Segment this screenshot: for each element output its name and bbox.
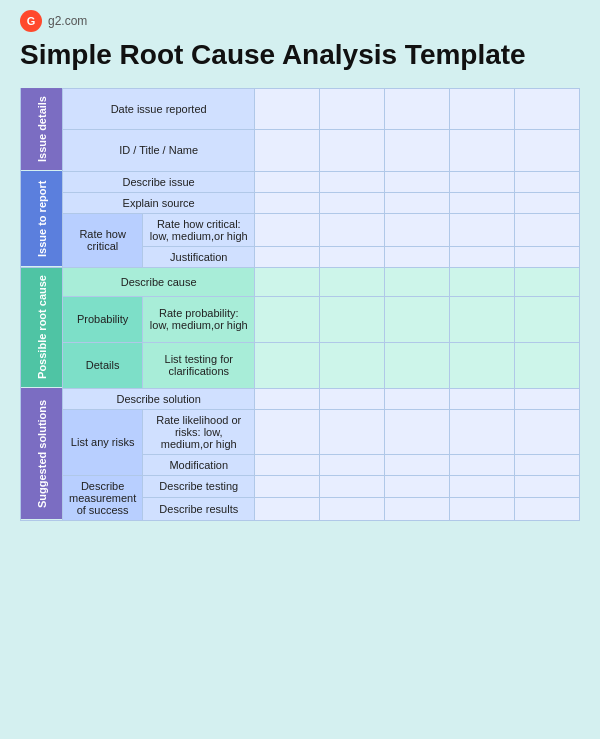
table-row: Rate how critical Rate how critical: low… [21,213,580,246]
describe-solution: Describe solution [63,388,255,409]
describe-cause: Describe cause [63,267,255,296]
section-root-cause: Possible root cause [21,267,63,388]
page-title: Simple Root Cause Analysis Template [20,38,526,72]
rate-likelihood-desc: Rate likelihood or risks: low, medium,or… [143,409,255,454]
rca-table: Issue details Date issue reported ID / T… [20,88,580,521]
table-row: Issue details Date issue reported [21,88,580,130]
describe-results: Describe results [143,498,255,521]
probability-label: Probability [63,296,143,342]
explain-source: Explain source [63,192,255,213]
justification: Justification [143,246,255,267]
section-solutions: Suggested solutions [21,388,63,520]
modification: Modification [143,454,255,475]
g2-domain: g2.com [48,14,87,28]
table-row: Describe measurement of success Describe… [21,475,580,498]
table-row: Issue to report Describe issue [21,171,580,192]
page-header: G g2.com [20,10,87,32]
table-row: ID / Title / Name [21,130,580,172]
table-row: Probability Rate probability: low, mediu… [21,296,580,342]
table-row: Suggested solutions Describe solution [21,388,580,409]
details-label: Details [63,342,143,388]
table-row: Possible root cause Describe cause [21,267,580,296]
id-title-name: ID / Title / Name [63,130,255,172]
describe-measurement-label: Describe measurement of success [63,475,143,520]
rate-probability-desc: Rate probability: low, medium,or high [143,296,255,342]
describe-testing: Describe testing [143,475,255,498]
describe-issue: Describe issue [63,171,255,192]
list-testing: List testing for clarifications [143,342,255,388]
table-row: Explain source [21,192,580,213]
table-row: Details List testing for clarifications [21,342,580,388]
list-any-risks-label: List any risks [63,409,143,475]
rate-how-critical-label: Rate how critical [63,213,143,267]
date-issue-reported: Date issue reported [63,88,255,130]
rate-critical-desc: Rate how critical: low, medium,or high [143,213,255,246]
section-issue-details: Issue details [21,88,63,171]
table-row: List any risks Rate likelihood or risks:… [21,409,580,454]
g2-logo: G [20,10,42,32]
section-issue-to-report: Issue to report [21,171,63,267]
